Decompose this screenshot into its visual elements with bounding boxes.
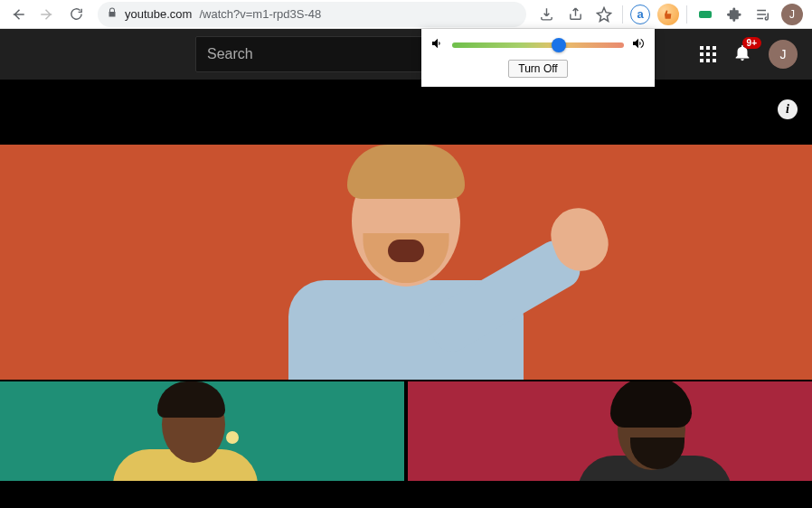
- arrow-right-icon: [39, 6, 55, 23]
- apps-button[interactable]: [700, 46, 716, 62]
- volume-extension-popup: Turn Off: [421, 29, 655, 87]
- account-avatar[interactable]: J: [769, 40, 798, 69]
- browser-toolbar: youtube.com/watch?v=m1-rpd3S-48 a J: [0, 0, 812, 29]
- volume-low-icon: [430, 36, 445, 54]
- extension-a[interactable]: a: [630, 5, 650, 24]
- star-icon: [596, 6, 612, 23]
- video-frame-bottom-right: [408, 381, 812, 481]
- apps-grid-icon: [700, 46, 716, 62]
- download-icon: [539, 6, 554, 22]
- bookmark-button[interactable]: [593, 4, 615, 25]
- share-icon: [568, 6, 583, 22]
- address-bar[interactable]: youtube.com/watch?v=m1-rpd3S-48: [98, 2, 526, 27]
- extension-a-label: a: [637, 7, 643, 21]
- video-player[interactable]: i: [0, 80, 812, 508]
- volume-slider-thumb[interactable]: [552, 38, 566, 52]
- video-frame-row: [0, 381, 812, 481]
- separator: [686, 5, 687, 24]
- url-host: youtube.com: [125, 7, 192, 21]
- arrow-left-icon: [10, 6, 26, 23]
- youtube-header: Search 9+ J: [0, 29, 812, 80]
- reload-button[interactable]: [63, 2, 89, 27]
- info-card-button[interactable]: i: [778, 99, 798, 119]
- info-icon: i: [786, 102, 789, 117]
- reload-icon: [69, 6, 84, 22]
- extensions-button[interactable]: [723, 4, 745, 25]
- volume-slider[interactable]: [452, 42, 624, 48]
- search-placeholder: Search: [207, 46, 253, 62]
- extension-volume[interactable]: [657, 4, 679, 25]
- forward-button[interactable]: [34, 2, 60, 27]
- extension-flag[interactable]: [694, 4, 716, 25]
- share-button[interactable]: [564, 4, 586, 25]
- notifications-button[interactable]: 9+: [732, 42, 752, 66]
- url-path: /watch?v=m1-rpd3S-48: [199, 7, 321, 21]
- puzzle-icon: [727, 6, 742, 22]
- turn-off-button[interactable]: Turn Off: [508, 60, 567, 78]
- profile-initial: J: [789, 8, 795, 21]
- flag-icon: [699, 11, 712, 18]
- separator: [622, 5, 623, 24]
- video-frame-top: [0, 145, 812, 380]
- lock-icon: [107, 7, 118, 21]
- video-frame-bottom-left: [0, 381, 404, 481]
- music-list-icon: [755, 6, 771, 23]
- browser-profile[interactable]: J: [781, 4, 803, 25]
- install-app-button[interactable]: [535, 4, 557, 25]
- notification-count-badge: 9+: [742, 37, 761, 49]
- volume-high-icon: [631, 36, 646, 54]
- toolbar-actions: a J: [535, 4, 807, 25]
- back-button[interactable]: [5, 2, 31, 27]
- hand-icon: [661, 7, 675, 22]
- reading-list-button[interactable]: [752, 4, 774, 25]
- avatar-initial: J: [780, 47, 787, 61]
